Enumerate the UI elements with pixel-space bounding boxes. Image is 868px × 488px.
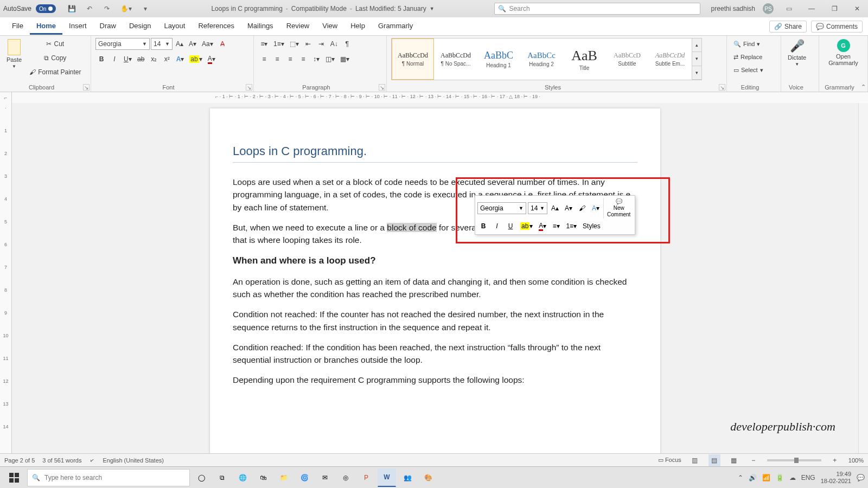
paste-button[interactable]: Paste▼ (4, 38, 24, 70)
cortana-app-icon[interactable]: ◎ (336, 468, 355, 487)
tab-home[interactable]: Home (30, 18, 62, 35)
subheading[interactable]: When and where is a loop used? (233, 254, 637, 268)
font-color-icon[interactable]: A▾ (206, 53, 218, 65)
font-launcher-icon[interactable]: ↘ (246, 84, 252, 91)
teams-icon[interactable]: 👥 (398, 468, 417, 487)
font-name-combo[interactable]: Georgia▼ (95, 38, 150, 50)
decrease-indent-icon[interactable]: ⇤ (302, 38, 314, 50)
paragraph[interactable]: Condition not reached: If the counter ha… (233, 308, 637, 333)
spellcheck-icon[interactable]: 🗸 (89, 457, 95, 464)
collapse-ribbon-icon[interactable]: ⌃ (861, 84, 866, 91)
style-heading-2[interactable]: AaBbCcHeading 2 (520, 38, 563, 80)
format-painter-button[interactable]: 🖌 Format Painter (27, 66, 83, 78)
mini-size-combo[interactable]: 14▼ (528, 202, 547, 214)
mini-numbering-icon[interactable]: 1≡▾ (564, 220, 579, 232)
align-center-icon[interactable]: ≡ (271, 53, 283, 65)
save-icon[interactable]: 💾 (66, 3, 78, 15)
numbering-icon[interactable]: 1≡▾ (271, 38, 286, 50)
document-area[interactable]: Loops in C programming. Loops are used w… (12, 103, 858, 453)
clear-format-icon[interactable]: A̶ (216, 38, 228, 50)
replace-button[interactable]: ⇄ Replace (731, 51, 765, 63)
justify-icon[interactable]: ≡ (297, 53, 309, 65)
search-box[interactable]: 🔍 Search (494, 3, 700, 15)
word-count[interactable]: 3 of 561 words (42, 457, 81, 464)
mini-font-color-icon[interactable]: A▾ (537, 220, 548, 232)
font-size-combo[interactable]: 14▼ (151, 38, 173, 50)
selected-text[interactable]: block of code (387, 223, 436, 232)
increase-indent-icon[interactable]: ⇥ (315, 38, 327, 50)
input-lang[interactable]: ENG (801, 474, 815, 481)
wifi-icon[interactable]: 📶 (762, 474, 770, 481)
doc-heading[interactable]: Loops in C programming. (233, 142, 637, 163)
find-button[interactable]: 🔍 Find ▾ (731, 38, 765, 50)
read-mode-icon[interactable]: ▥ (689, 454, 701, 466)
qat-more-icon[interactable]: ▾ (139, 3, 151, 15)
grow-font-icon[interactable]: A▴ (174, 38, 186, 50)
line-spacing-icon[interactable]: ↕▾ (310, 53, 322, 65)
strike-button[interactable]: ab (135, 53, 147, 65)
page[interactable]: Loops in C programming. Loops are used w… (210, 108, 660, 453)
mini-italic-button[interactable]: I (491, 220, 503, 232)
bold-button[interactable]: B (95, 53, 107, 65)
shrink-font-icon[interactable]: A▾ (187, 38, 199, 50)
style--normal[interactable]: AaBbCcDd¶ Normal (392, 38, 434, 80)
multilevel-icon[interactable]: ⬚▾ (288, 38, 301, 50)
maximize-icon[interactable]: ❐ (827, 5, 842, 12)
paragraph-launcher-icon[interactable]: ↘ (379, 84, 385, 91)
ruler-vertical[interactable]: ·1234567891011121314 (0, 103, 12, 453)
undo-icon[interactable]: ↶ (84, 3, 95, 15)
superscript-button[interactable]: x² (161, 53, 173, 65)
mini-bullets-icon[interactable]: ≡▾ (550, 220, 562, 232)
sort-icon[interactable]: A↓ (328, 38, 340, 50)
close-icon[interactable]: ✕ (850, 5, 865, 12)
store-icon[interactable]: 🛍 (254, 468, 272, 487)
chrome-icon[interactable]: 🌐 (233, 468, 252, 487)
tab-layout[interactable]: Layout (157, 18, 192, 35)
tray-expand-icon[interactable]: ⌃ (738, 474, 743, 481)
mini-font-combo[interactable]: Georgia▼ (477, 202, 526, 214)
comments-button[interactable]: 💬 Comments (811, 21, 863, 33)
explorer-icon[interactable]: 📁 (275, 468, 293, 487)
focus-mode-button[interactable]: ▭ Focus (658, 457, 681, 464)
task-view-icon[interactable]: ⧉ (213, 468, 231, 487)
style-subtitle[interactable]: AaBbCcDSubtitle (606, 38, 648, 80)
style--no-spac-[interactable]: AaBbCcDd¶ No Spac... (435, 38, 477, 80)
autosave-toggle[interactable]: On (36, 4, 56, 13)
start-button[interactable] (3, 469, 25, 486)
tab-references[interactable]: References (192, 18, 240, 35)
paint-icon[interactable]: 🎨 (419, 468, 437, 487)
user-name[interactable]: preethi sadhish (711, 5, 755, 12)
clipboard-launcher-icon[interactable]: ↘ (83, 84, 90, 91)
borders-icon[interactable]: ▦▾ (338, 53, 352, 65)
select-button[interactable]: ▭ Select ▾ (731, 64, 765, 76)
mail-icon[interactable]: ✉ (316, 468, 334, 487)
shading-icon[interactable]: ◫▾ (323, 53, 337, 65)
mini-underline-button[interactable]: U (505, 220, 516, 232)
word-icon[interactable]: W (378, 468, 396, 487)
paragraph[interactable]: Depending upon the requirement C program… (233, 374, 637, 386)
mini-highlight-icon[interactable]: ab▾ (518, 220, 535, 232)
last-modified[interactable]: Last Modified: 5 January (355, 5, 426, 12)
touch-mode-icon[interactable]: ✋▾ (118, 3, 134, 15)
mini-shrink-font-icon[interactable]: A▾ (563, 202, 575, 214)
change-case-icon[interactable]: Aa▾ (200, 38, 215, 50)
clock[interactable]: 19:4918-02-2021 (821, 471, 851, 484)
tab-help[interactable]: Help (344, 18, 372, 35)
user-avatar[interactable]: PS (763, 3, 774, 14)
subscript-button[interactable]: x₂ (148, 53, 160, 65)
cortana-icon[interactable]: ◯ (192, 468, 210, 487)
italic-button[interactable]: I (108, 53, 120, 65)
mini-toolbar[interactable]: Georgia▼ 14▼ A▴ A▾ 🖌 A▾ 💬 New Comment B … (475, 195, 635, 235)
tab-grammarly[interactable]: Grammarly (372, 18, 419, 35)
styles-more-icon[interactable]: ▴▾▾ (692, 38, 701, 80)
powerpoint-icon[interactable]: P (357, 468, 375, 487)
bullets-icon[interactable]: ≡▾ (258, 38, 270, 50)
battery-icon[interactable]: 🔋 (776, 474, 784, 481)
paragraph[interactable]: Condition reached: If the condition has … (233, 341, 637, 367)
align-left-icon[interactable]: ≡ (258, 53, 270, 65)
language-indicator[interactable]: English (United States) (103, 457, 164, 464)
taskbar-search[interactable]: 🔍 Type here to search (27, 469, 190, 486)
scrollbar-vertical[interactable] (858, 103, 868, 453)
style-subtle-em-[interactable]: AaBbCcDdSubtle Em... (649, 38, 691, 80)
mini-clear-format-icon[interactable]: A▾ (590, 202, 602, 214)
